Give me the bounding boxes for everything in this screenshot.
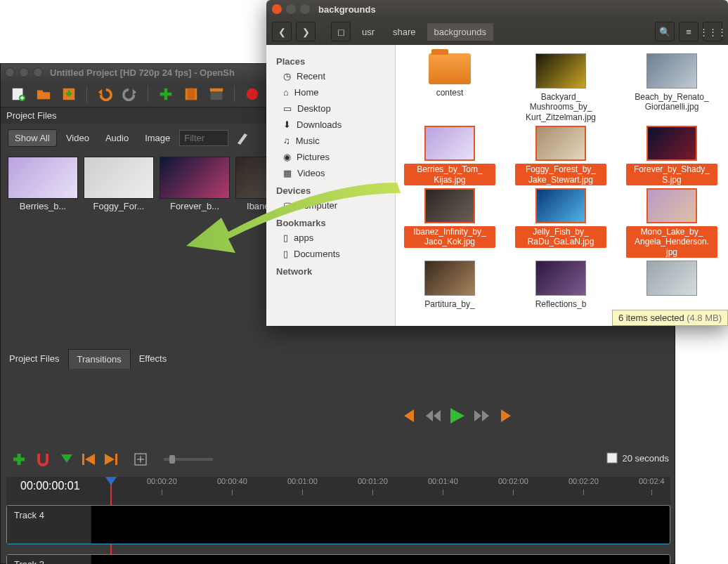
track-header[interactable]: Track 3 — [7, 555, 91, 564]
back-button[interactable]: ❮ — [272, 22, 292, 41]
file-label: Ibanez_Infinity_by_Jaco_Kok.jpg — [404, 226, 495, 248]
file-item[interactable]: Reflections_b — [515, 261, 606, 310]
project-file[interactable]: Foggy_For... — [84, 157, 154, 331]
sidebar-heading: Devices — [271, 181, 391, 197]
sidebar-item[interactable]: ▯Documents — [271, 246, 391, 262]
file-item[interactable]: Berries_by_Tom_Kijas.jpg — [404, 126, 495, 185]
project-file[interactable]: Forever_b... — [160, 157, 230, 331]
window-title: backgrounds — [318, 4, 376, 15]
file-label: Mono_Lake_by_Angela_Henderson.jpg — [626, 226, 717, 258]
breadcrumb[interactable]: backgrounds — [427, 23, 493, 41]
timeline-ruler[interactable]: 00:00:00:01 00:00:2000:00:4000:01:0000:0… — [6, 477, 670, 505]
file-item[interactable] — [626, 261, 717, 310]
record-icon[interactable] — [245, 86, 260, 102]
thumbnail — [535, 53, 586, 88]
film-icon[interactable] — [183, 86, 199, 102]
thumbnail — [535, 188, 586, 223]
track[interactable]: Track 4 — [6, 505, 670, 544]
documents-icon: ▯ — [283, 249, 288, 259]
tab-effects[interactable]: Effects — [131, 349, 176, 369]
sidebar-item[interactable]: ▭Desktop — [271, 100, 391, 117]
search-icon[interactable]: 🔍 — [655, 22, 675, 41]
project-files-label: Project Files — [6, 110, 57, 121]
undo-icon[interactable] — [97, 86, 112, 102]
sidebar-item[interactable]: ♫Music — [271, 133, 391, 149]
separator — [148, 86, 148, 103]
next-marker-icon[interactable] — [105, 454, 117, 465]
filter-audio[interactable]: Audio — [98, 129, 136, 147]
maximize-icon[interactable] — [300, 4, 310, 14]
file-item[interactable]: Ibanez_Infinity_by_Jaco_Kok.jpg — [404, 188, 495, 258]
clapper-icon[interactable] — [209, 86, 224, 102]
sidebar-item[interactable]: ▢Computer — [271, 197, 391, 214]
close-icon[interactable] — [272, 4, 282, 14]
panel-tabs: Project Files Transitions Effects — [1, 349, 675, 369]
play-icon[interactable] — [450, 408, 464, 424]
sidebar-item[interactable]: ⬇Downloads — [271, 117, 391, 133]
music-icon: ♫ — [283, 136, 290, 146]
file-item[interactable]: Jelly_Fish_by_RaDu_GaLaN.jpg — [515, 188, 606, 258]
add-track-icon[interactable] — [12, 452, 26, 466]
file-item[interactable]: Forever_by_Shady_S.jpg — [626, 126, 717, 185]
sidebar-item[interactable]: ▦Videos — [271, 165, 391, 181]
sidebar-item[interactable]: ◉Pictures — [271, 149, 391, 165]
folder-icon — [429, 53, 471, 84]
clear-filter-icon[interactable] — [235, 131, 250, 146]
filter-video[interactable]: Video — [59, 129, 96, 147]
file-item[interactable]: Foggy_Forest_by_Jake_Stewart.jpg — [515, 126, 606, 185]
close-icon[interactable] — [5, 67, 15, 77]
tracks: Track 4Track 3 — [6, 505, 670, 564]
tab-project-files[interactable]: Project Files — [1, 349, 68, 369]
window-title: Untitled Project [HD 720p 24 fps] - Open… — [50, 67, 235, 78]
filter-show-all[interactable]: Show All — [8, 129, 57, 147]
filter-input[interactable] — [179, 130, 228, 146]
marker-dropdown-icon[interactable] — [61, 454, 72, 464]
nautilus-files[interactable]: contestBackyard_Mushrooms_by_Kurt_Zitzel… — [396, 45, 728, 326]
file-label: contest — [404, 87, 495, 98]
maximize-icon[interactable] — [33, 67, 43, 77]
new-project-icon[interactable] — [11, 86, 26, 102]
jump-end-icon[interactable] — [500, 409, 514, 422]
project-file[interactable]: Berries_b... — [8, 157, 78, 331]
prev-marker-icon[interactable] — [82, 454, 95, 465]
sidebar-heading: Bookmarks — [271, 214, 391, 230]
nautilus-titlebar: backgrounds — [266, 0, 728, 18]
filter-image[interactable]: Image — [138, 129, 177, 147]
thumbnail — [646, 126, 697, 161]
file-item[interactable]: Beach_by_Renato_Giordanelli.jpg — [626, 53, 717, 123]
view-list-icon[interactable]: ≡ — [679, 22, 698, 41]
thumbnail — [535, 261, 586, 296]
view-grid-icon[interactable]: ⋮⋮⋮ — [703, 22, 722, 41]
sidebar-item[interactable]: ◷Recent — [271, 68, 391, 84]
file-item[interactable]: Backyard_Mushrooms_by_Kurt_Zitzelman.jpg — [515, 53, 606, 123]
open-project-icon[interactable] — [36, 86, 51, 102]
save-project-icon[interactable] — [61, 86, 77, 102]
sidebar-item[interactable]: ▯apps — [271, 230, 391, 246]
breadcrumb[interactable]: usr — [355, 23, 382, 41]
sidebar-item[interactable]: ⌂Home — [271, 84, 391, 100]
thumbnail — [535, 126, 586, 161]
snap-icon[interactable] — [36, 452, 51, 466]
track[interactable]: Track 3 — [6, 554, 670, 564]
forward-button[interactable]: ❯ — [296, 22, 316, 41]
rewind-icon[interactable] — [425, 410, 441, 421]
zoom-slider[interactable] — [164, 458, 213, 461]
track-header[interactable]: Track 4 — [7, 506, 91, 544]
zoom-page-icon — [606, 452, 618, 464]
forward-icon[interactable] — [474, 410, 490, 421]
tab-transitions[interactable]: Transitions — [68, 349, 131, 369]
minimize-icon[interactable] — [286, 4, 296, 14]
minimize-icon[interactable] — [19, 67, 29, 77]
path-root-icon[interactable]: ◻ — [331, 22, 351, 41]
thumbnail — [424, 126, 475, 161]
breadcrumb[interactable]: share — [386, 23, 423, 41]
redo-icon[interactable] — [122, 86, 138, 102]
file-item[interactable]: Mono_Lake_by_Angela_Henderson.jpg — [626, 188, 717, 258]
add-file-icon[interactable] — [158, 86, 174, 102]
file-label: Reflections_b — [515, 299, 606, 310]
file-item[interactable]: Partitura_by_ — [404, 261, 495, 310]
folder-item[interactable]: contest — [404, 53, 495, 123]
center-playhead-icon[interactable] — [134, 453, 147, 466]
jump-start-icon[interactable] — [401, 409, 415, 422]
pictures-icon: ◉ — [283, 152, 291, 162]
